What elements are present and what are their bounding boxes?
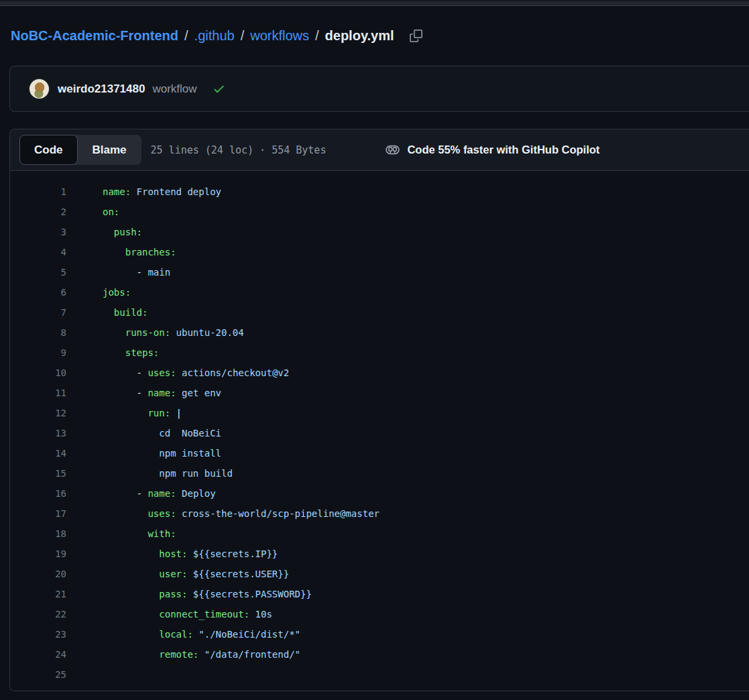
line-number[interactable]: 23	[10, 624, 66, 644]
copilot-banner-text: Code 55% faster with GitHub Copilot	[407, 143, 599, 156]
tab-code[interactable]: Code	[19, 135, 78, 165]
line-number[interactable]: 10	[10, 363, 66, 383]
line-content: runs-on: ubuntu-20.04	[66, 323, 244, 343]
line-number[interactable]: 5	[10, 262, 66, 282]
code-line: 23 local: "./NoBeiCi/dist/*"	[10, 624, 749, 644]
copy-path-button[interactable]	[408, 28, 424, 44]
code-line: 2on:	[10, 202, 749, 222]
line-content: host: ${{secrets.IP}}	[66, 544, 278, 564]
line-number[interactable]: 18	[10, 524, 66, 544]
line-number[interactable]: 16	[10, 483, 66, 504]
line-content: - uses: actions/checkout@v2	[66, 363, 289, 383]
line-number[interactable]: 24	[10, 644, 66, 664]
code-line: 8 runs-on: ubuntu-20.04	[10, 323, 749, 343]
check-icon	[213, 82, 225, 95]
code-line: 20 user: ${{secrets.USER}}	[10, 564, 749, 584]
line-number[interactable]: 7	[10, 302, 66, 323]
code-line: 5 - main	[10, 262, 749, 282]
line-content: branches:	[66, 242, 176, 262]
line-content: remote: "/data/frontend/"	[66, 644, 300, 664]
code-line: 22 connect_timeout: 10s	[10, 604, 749, 624]
commit-message-link[interactable]: workflow	[152, 82, 196, 96]
code-line: 12 run: |	[10, 403, 749, 423]
line-number[interactable]: 11	[10, 383, 66, 403]
line-number[interactable]: 21	[10, 584, 66, 604]
line-content: npm run build	[66, 463, 233, 483]
code-line: 21 pass: ${{secrets.PASSWORD}}	[10, 584, 749, 604]
line-content: local: "./NoBeiCi/dist/*"	[66, 624, 300, 644]
code-line: 14 npm install	[10, 443, 749, 463]
line-number[interactable]: 1	[10, 182, 66, 202]
line-number[interactable]: 15	[10, 463, 66, 483]
line-number[interactable]: 14	[10, 443, 66, 463]
breadcrumb-filename: deploy.yml	[325, 28, 394, 44]
line-number[interactable]: 8	[10, 323, 66, 343]
code-line: 18 with:	[10, 524, 749, 544]
line-content: jobs:	[66, 282, 131, 302]
commit-author-link[interactable]: weirdo21371480	[58, 82, 145, 96]
breadcrumb: NoBC-Academic-Frontend / .github / workf…	[0, 6, 749, 44]
code-line: 13 cd NoBeiCi	[10, 423, 749, 443]
line-number[interactable]: 4	[10, 242, 66, 262]
line-content: pass: ${{secrets.PASSWORD}}	[66, 584, 312, 604]
line-content: steps:	[66, 343, 159, 363]
code-line: 25	[10, 664, 749, 685]
code-line: 15 npm run build	[10, 463, 749, 483]
line-number[interactable]: 3	[10, 222, 66, 242]
line-number[interactable]: 17	[10, 504, 66, 524]
code-line: 16 - name: Deploy	[10, 483, 749, 504]
line-content: uses: cross-the-world/scp-pipeline@maste…	[66, 504, 380, 524]
line-number[interactable]: 6	[10, 282, 66, 302]
line-number[interactable]: 25	[10, 664, 66, 685]
code-line: 24 remote: "/data/frontend/"	[10, 644, 749, 664]
line-number[interactable]: 19	[10, 544, 66, 564]
line-number[interactable]: 2	[10, 202, 66, 222]
code-body: 1name: Frontend deploy2on:3 push:4 branc…	[10, 171, 749, 691]
commit-status-button[interactable]	[213, 82, 225, 95]
line-number[interactable]: 9	[10, 343, 66, 363]
file-meta-info: 25 lines (24 loc) · 554 Bytes	[151, 144, 327, 156]
line-content: with:	[66, 524, 176, 544]
code-line: 9 steps:	[10, 343, 749, 363]
header-bottom-strip	[0, 0, 749, 6]
line-content: npm install	[66, 443, 221, 463]
latest-commit-bar: weirdo21371480 workflow	[9, 66, 749, 112]
line-content: - name: Deploy	[66, 483, 216, 504]
line-content: - main	[66, 262, 170, 282]
copilot-banner[interactable]: Code 55% faster with GitHub Copilot	[385, 142, 599, 158]
line-content: user: ${{secrets.USER}}	[66, 564, 289, 584]
breadcrumb-dir-workflows[interactable]: workflows	[250, 28, 309, 44]
code-line: 11 - name: get env	[10, 383, 749, 403]
breadcrumb-separator: /	[184, 28, 188, 44]
code-line: 10 - uses: actions/checkout@v2	[10, 363, 749, 383]
breadcrumb-separator: /	[315, 28, 319, 44]
code-line: 1name: Frontend deploy	[10, 182, 749, 202]
copy-icon	[410, 30, 422, 42]
tab-blame[interactable]: Blame	[78, 135, 141, 165]
code-line: 7 build:	[10, 302, 749, 323]
breadcrumb-separator: /	[241, 28, 245, 44]
line-content: cd NoBeiCi	[66, 423, 221, 443]
line-content: name: Frontend deploy	[66, 182, 221, 202]
line-number[interactable]: 20	[10, 564, 66, 584]
copilot-icon	[385, 142, 400, 158]
line-number[interactable]: 22	[10, 604, 66, 624]
code-line: 17 uses: cross-the-world/scp-pipeline@ma…	[10, 504, 749, 524]
file-content-panel: CodeBlame 25 lines (24 loc) · 554 Bytes …	[9, 129, 749, 691]
file-toolbar: CodeBlame 25 lines (24 loc) · 554 Bytes …	[10, 129, 749, 171]
line-content: - name: get env	[66, 383, 221, 403]
code-line: 3 push:	[10, 222, 749, 242]
line-number[interactable]: 13	[10, 423, 66, 443]
code-line: 19 host: ${{secrets.IP}}	[10, 544, 749, 564]
code-blame-switcher: CodeBlame	[19, 135, 141, 165]
line-number[interactable]: 12	[10, 403, 66, 423]
line-content: connect_timeout: 10s	[66, 604, 272, 624]
line-content: on:	[66, 202, 119, 222]
breadcrumb-dir-github[interactable]: .github	[194, 28, 235, 44]
code-line: 4 branches:	[10, 242, 749, 262]
line-content: run: |	[66, 403, 182, 423]
line-content: push:	[66, 222, 142, 242]
avatar[interactable]	[30, 79, 49, 99]
line-content: build:	[66, 302, 148, 323]
breadcrumb-repo-link[interactable]: NoBC-Academic-Frontend	[11, 28, 178, 44]
